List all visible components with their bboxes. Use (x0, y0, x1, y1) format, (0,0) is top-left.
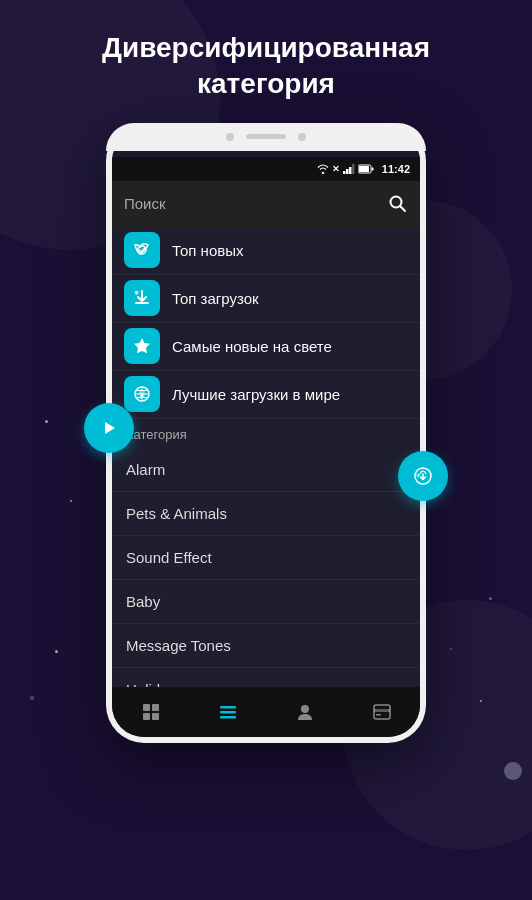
phone-speaker (246, 134, 286, 139)
menu-icon-download-world (124, 376, 160, 412)
phone-camera-right (298, 133, 306, 141)
nav-list-button[interactable] (208, 692, 248, 732)
nav-grid-button[interactable] (131, 692, 171, 732)
search-icon[interactable] (388, 194, 408, 214)
search-input[interactable]: Поиск (124, 195, 380, 212)
svg-rect-17 (220, 716, 236, 719)
svg-rect-1 (346, 169, 349, 174)
menu-item-newest[interactable]: Самые новые на свете (112, 323, 420, 371)
menu-label-newest: Самые новые на свете (172, 338, 332, 355)
status-time: 11:42 (382, 163, 410, 175)
category-section: Категория Alarm Pets & Animals Sound Eff… (112, 419, 420, 687)
menu-item-best-world[interactable]: Лучшие загрузки в мире (112, 371, 420, 419)
category-item-alarm[interactable]: Alarm (112, 448, 420, 492)
menu-icon-download (124, 280, 160, 316)
svg-rect-20 (374, 709, 390, 712)
page-title: Диверсифицированная категория (62, 0, 470, 123)
play-button[interactable] (84, 403, 134, 453)
nav-card-button[interactable] (362, 692, 402, 732)
status-icons: ✕ (317, 164, 374, 174)
svg-rect-11 (143, 704, 150, 711)
svg-rect-5 (359, 166, 369, 172)
menu-label-best-world: Лучшие загрузки в мире (172, 386, 340, 403)
svg-rect-14 (152, 713, 159, 720)
category-item-pets[interactable]: Pets & Animals (112, 492, 420, 536)
search-bar[interactable]: Поиск (112, 181, 420, 227)
deco-circle (504, 762, 522, 780)
svg-rect-12 (152, 704, 159, 711)
svg-point-18 (301, 705, 309, 713)
phone-camera (226, 133, 234, 141)
category-item-holiday[interactable]: Holiday (112, 668, 420, 687)
menu-label-top-new: Топ новых (172, 242, 244, 259)
svg-line-8 (401, 206, 406, 211)
svg-rect-16 (220, 711, 236, 714)
nav-profile-button[interactable] (285, 692, 325, 732)
phone-top-bar (106, 123, 426, 151)
signal-x-icon: ✕ (332, 164, 340, 174)
category-item-sound-effect[interactable]: Sound Effect (112, 536, 420, 580)
battery-icon (358, 164, 374, 174)
wifi-icon (317, 164, 329, 174)
svg-marker-22 (105, 422, 115, 434)
svg-rect-2 (349, 167, 352, 174)
menu-icon-checkmark (124, 232, 160, 268)
svg-rect-15 (220, 706, 236, 709)
svg-rect-0 (343, 171, 346, 174)
phone-mockup: ✕ 11:42 Поиск (106, 123, 426, 743)
category-item-baby[interactable]: Baby (112, 580, 420, 624)
menu-item-top-downloads[interactable]: Топ загрузок (112, 275, 420, 323)
status-bar: ✕ 11:42 (112, 157, 420, 181)
svg-rect-3 (352, 164, 355, 174)
menu-items: Топ новых Топ загрузок (112, 227, 420, 419)
category-header: Категория (112, 419, 420, 448)
bottom-nav (112, 687, 420, 737)
svg-rect-13 (143, 713, 150, 720)
menu-label-top-downloads: Топ загрузок (172, 290, 259, 307)
menu-item-top-new[interactable]: Топ новых (112, 227, 420, 275)
svg-rect-6 (371, 167, 373, 170)
fab-download-button[interactable] (398, 451, 448, 501)
menu-icon-star (124, 328, 160, 364)
svg-rect-21 (376, 714, 381, 716)
signal-bars-icon (343, 164, 355, 174)
category-item-message-tones[interactable]: Message Tones (112, 624, 420, 668)
